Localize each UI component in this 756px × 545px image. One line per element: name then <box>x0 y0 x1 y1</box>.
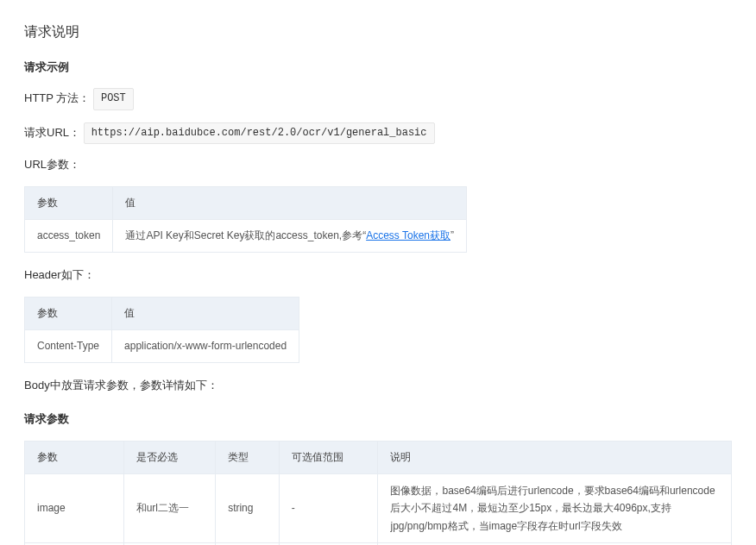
header-label: Header如下： <box>24 266 732 285</box>
col-value: 值 <box>113 186 467 219</box>
url-params-label: URL参数： <box>24 156 732 174</box>
header-table: 参数 值 Content-Type application/x-www-form… <box>24 297 299 363</box>
page-title: 请求说明 <box>24 21 732 43</box>
http-method-value: POST <box>93 88 134 110</box>
http-method-line: HTTP 方法： POST <box>24 88 732 110</box>
cell-type: string <box>216 473 280 542</box>
cell-value: 通过API Key和Secret Key获取的access_token,参考“A… <box>113 219 467 252</box>
http-method-label: HTTP 方法： <box>24 91 90 104</box>
table-row: Content-Type application/x-www-form-urle… <box>25 329 299 362</box>
col-required: 是否必选 <box>123 441 215 473</box>
access-token-link[interactable]: Access Token获取 <box>366 229 450 241</box>
cell-required: 和url二选一 <box>123 473 215 542</box>
body-label: Body中放置请求参数，参数详情如下： <box>24 377 732 395</box>
request-url-label: 请求URL： <box>24 126 80 139</box>
params-table: 参数 是否必选 类型 可选值范围 说明 image 和url二选一 string… <box>24 441 732 545</box>
cell-value-pre: 通过API Key和Secret Key获取的access_token,参考“ <box>125 229 366 241</box>
cell-value-post: ” <box>450 229 454 241</box>
cell-param: access_token <box>25 219 113 252</box>
col-desc: 说明 <box>378 441 732 473</box>
cell-value: application/x-www-form-urlencoded <box>112 329 299 362</box>
col-value: 值 <box>112 297 299 329</box>
request-url-value: https://aip.baidubce.com/rest/2.0/ocr/v1… <box>84 122 435 144</box>
cell-param: Content-Type <box>25 329 112 362</box>
params-heading: 请求参数 <box>24 410 732 429</box>
example-heading: 请求示例 <box>24 59 732 77</box>
table-row: image 和url二选一 string - 图像数据，base64编码后进行u… <box>25 473 732 542</box>
table-row: access_token 通过API Key和Secret Key获取的acce… <box>25 219 467 252</box>
request-url-line: 请求URL： https://aip.baidubce.com/rest/2.0… <box>24 122 732 144</box>
cell-range: - <box>279 473 378 542</box>
url-params-table: 参数 值 access_token 通过API Key和Secret Key获取… <box>24 186 467 253</box>
col-param: 参数 <box>25 186 113 219</box>
cell-param: image <box>25 473 124 542</box>
col-param: 参数 <box>25 297 112 329</box>
col-type: 类型 <box>216 441 280 473</box>
col-range: 可选值范围 <box>279 441 378 473</box>
col-param: 参数 <box>25 441 124 473</box>
cell-desc: 图像数据，base64编码后进行urlencode，要求base64编码和url… <box>378 473 732 542</box>
